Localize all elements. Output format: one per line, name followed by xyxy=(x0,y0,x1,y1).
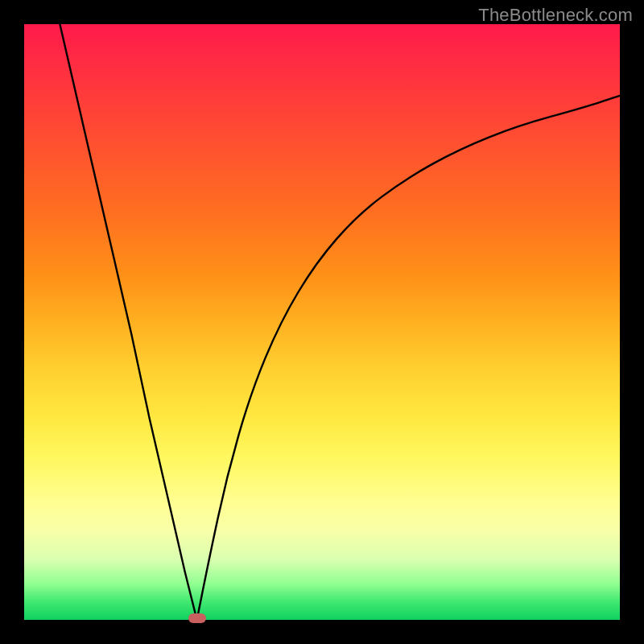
bottleneck-curve xyxy=(24,24,620,620)
watermark-text: TheBottleneck.com xyxy=(478,5,633,26)
min-marker xyxy=(188,613,206,623)
